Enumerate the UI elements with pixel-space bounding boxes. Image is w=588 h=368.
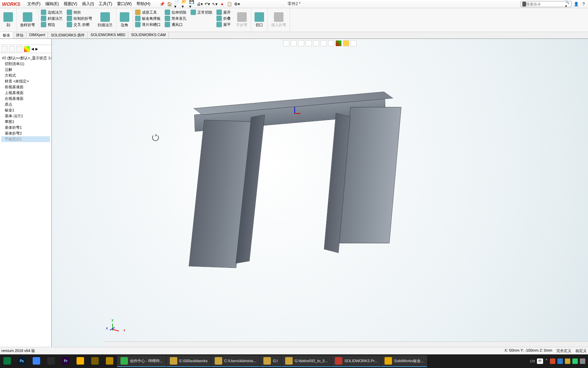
- 3d-viewport[interactable]: y x z: [52, 39, 588, 347]
- tree-item[interactable]: 前视基准面: [1, 84, 50, 90]
- feature-tree[interactable]: #2 (默认<<默认>_显示状态 1>) 切割清单(1) 注解 方程式 材质 <…: [0, 53, 51, 347]
- tab-cam[interactable]: SOLIDWORKS CAM: [128, 32, 169, 39]
- home-icon[interactable]: 🏠: [167, 1, 173, 7]
- taskbar-item[interactable]: G:\bbb\e592_to_5...: [282, 355, 331, 367]
- vp-hide-show-icon[interactable]: [328, 40, 334, 46]
- tray-ime[interactable]: 中: [537, 358, 543, 364]
- btn-jog[interactable]: 转折: [67, 10, 92, 15]
- undo-icon[interactable]: ↶▾: [204, 1, 210, 7]
- user-icon[interactable]: 👤: [573, 1, 579, 7]
- open-icon[interactable]: 📂▾: [182, 1, 188, 7]
- menu-insert[interactable]: 插入(I): [80, 0, 96, 7]
- tree-item[interactable]: 材质 <未指定>: [1, 78, 50, 84]
- btn-rip[interactable]: 切口: [252, 12, 266, 28]
- command-search[interactable]: 🔍▾: [521, 1, 572, 7]
- btn-miter-flange[interactable]: 斜接法兰: [41, 16, 63, 21]
- btn-cross-break[interactable]: 交叉-折断: [67, 22, 92, 27]
- taskbar-item[interactable]: [102, 355, 117, 367]
- panel-tab-config-icon[interactable]: [16, 46, 22, 52]
- taskbar-item[interactable]: SolidWorks钣金...: [381, 355, 427, 367]
- taskbar-item[interactable]: Pr: [59, 355, 73, 367]
- tab-evaluate[interactable]: 评估: [13, 32, 27, 39]
- menu-view[interactable]: 视图(V): [62, 0, 79, 7]
- btn-hem[interactable]: 褶边: [41, 22, 63, 27]
- new-icon[interactable]: 📄▾: [174, 1, 180, 7]
- model-right-leg[interactable]: [339, 107, 402, 243]
- btn-flatten[interactable]: 展平: [216, 22, 231, 27]
- settings-icon[interactable]: ⚙▾: [234, 1, 240, 7]
- btn-gusset[interactable]: 钣金角撑板: [135, 16, 161, 21]
- menu-tools[interactable]: 工具(T): [97, 0, 114, 7]
- btn-ke[interactable]: 刻: [1, 12, 15, 28]
- menu-edit[interactable]: 编辑(E): [43, 0, 61, 7]
- tree-root[interactable]: #2 (默认<<默认>_显示状态 1>): [1, 55, 50, 61]
- btn-extruded-cut[interactable]: 拉伸切除: [165, 10, 186, 15]
- vp-zoom-area-icon[interactable]: [291, 40, 297, 46]
- vp-scene-icon[interactable]: [343, 40, 349, 46]
- tree-item[interactable]: 基体折弯2: [1, 131, 50, 136]
- btn-corner[interactable]: 边角: [118, 12, 131, 28]
- btn-edge-flange[interactable]: 边线法兰: [41, 10, 63, 15]
- save-icon[interactable]: 💾▾: [189, 1, 195, 7]
- tree-item[interactable]: 基体折弯1: [1, 125, 50, 131]
- btn-simple-hole[interactable]: 简单直孔: [165, 16, 186, 21]
- panel-tab-property-icon[interactable]: [9, 46, 15, 52]
- btn-normal-cut[interactable]: 正常切除: [191, 10, 212, 15]
- taskbar-item[interactable]: C:\Users\Adminis...: [211, 355, 260, 367]
- taskbar-item[interactable]: [44, 355, 58, 367]
- search-dropdown-icon[interactable]: 🔍▾: [565, 0, 570, 8]
- tray-icon[interactable]: [572, 358, 578, 364]
- vp-display-style-icon[interactable]: [321, 40, 327, 46]
- tray-icon[interactable]: [557, 358, 563, 364]
- tray-icon[interactable]: [580, 358, 585, 364]
- tree-item[interactable]: 上视基准面: [1, 90, 50, 96]
- vp-render-icon[interactable]: [350, 40, 357, 46]
- taskbar-item[interactable]: [0, 355, 14, 367]
- taskbar-item[interactable]: G:\: [260, 355, 281, 367]
- options-icon[interactable]: 📋: [227, 1, 233, 7]
- btn-swept-flange[interactable]: 扫描法兰: [96, 12, 115, 28]
- vp-section-icon[interactable]: [306, 40, 312, 46]
- btn-tab-slot[interactable]: 薄片和槽口: [135, 22, 161, 27]
- tab-dimxpert[interactable]: DIMXpert: [27, 32, 48, 39]
- vp-view-orient-icon[interactable]: [313, 40, 319, 46]
- vp-appearance-icon[interactable]: [336, 40, 342, 46]
- taskbar-item[interactable]: 创作中心 - 哔哩哔...: [117, 355, 166, 367]
- 3d-model[interactable]: [181, 90, 436, 281]
- tray-lang[interactable]: CH: [530, 359, 535, 363]
- taskbar-item[interactable]: SOLIDWORKS Pr...: [331, 355, 381, 367]
- pin-icon[interactable]: 📌: [159, 1, 165, 7]
- tray-icon[interactable]: [565, 358, 570, 364]
- menu-file[interactable]: 文件(F): [25, 0, 43, 7]
- taskbar-item[interactable]: E:\000solidworks: [166, 355, 211, 367]
- tree-item[interactable]: 方程式: [1, 73, 50, 78]
- vp-prev-view-icon[interactable]: [298, 40, 304, 46]
- taskbar-item[interactable]: [88, 355, 102, 367]
- tree-item[interactable]: 原点: [1, 102, 50, 107]
- tree-item[interactable]: 草图1: [1, 119, 50, 125]
- btn-forming-tool[interactable]: 成形工具: [135, 10, 161, 15]
- tree-item[interactable]: 注解: [1, 67, 50, 73]
- tab-addins[interactable]: SOLIDWORKS 插件: [48, 32, 88, 39]
- tree-item[interactable]: 基体-法兰1: [1, 113, 50, 119]
- menu-window[interactable]: 窗口(W): [115, 0, 134, 7]
- model-left-leg[interactable]: [189, 120, 252, 268]
- select-icon[interactable]: ↖▾: [212, 1, 218, 7]
- btn-sketched-bend[interactable]: 绘制的折弯: [67, 16, 92, 21]
- search-input[interactable]: [526, 2, 565, 6]
- tray-chevron-icon[interactable]: ˄: [545, 358, 548, 365]
- viewport-bottom-scrollbar[interactable]: [104, 341, 588, 347]
- tree-item-selected[interactable]: 平板型式1: [1, 136, 50, 142]
- tree-item[interactable]: 切割清单(1): [1, 61, 50, 67]
- taskbar-item[interactable]: Ps: [15, 355, 29, 367]
- btn-fold[interactable]: 折叠: [216, 16, 231, 21]
- taskbar-item[interactable]: [29, 355, 44, 367]
- menu-help[interactable]: 帮助(H): [134, 0, 152, 7]
- tab-mbd[interactable]: SOLIDWORKS MBD: [88, 32, 128, 39]
- panel-tab-display-icon[interactable]: [24, 46, 30, 52]
- status-custom[interactable]: 自定义: [575, 348, 587, 353]
- panel-tab-tree-icon[interactable]: [1, 46, 7, 52]
- help-icon[interactable]: ?: [581, 1, 587, 7]
- btn-unfold[interactable]: 展开: [216, 10, 231, 15]
- vp-zoom-fit-icon[interactable]: [283, 40, 289, 46]
